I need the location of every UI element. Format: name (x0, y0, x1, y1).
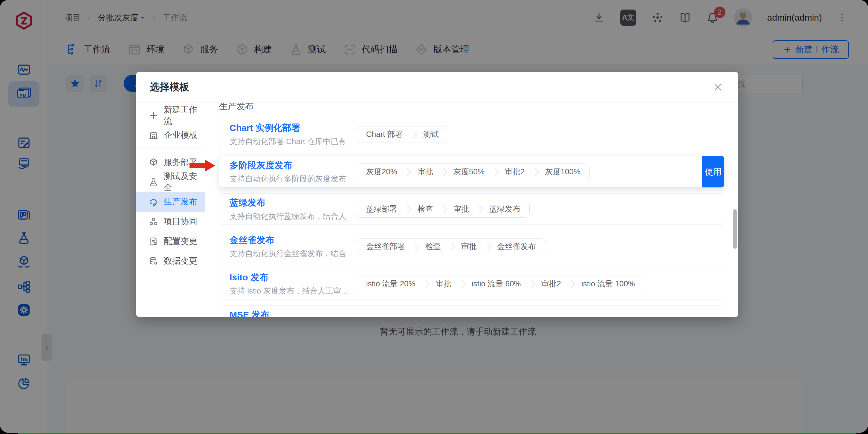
template-title[interactable]: 蓝绿发布 (229, 197, 347, 209)
chevron-separator-icon (403, 167, 411, 176)
chevron-separator-icon (491, 167, 499, 176)
flask-icon (149, 177, 158, 187)
chevron-separator-icon (447, 242, 455, 250)
stage-chips: 灰度20%审批灰度50%审批2灰度100% (357, 163, 590, 180)
stage-chip: 灰度20% (360, 166, 404, 177)
template-row[interactable]: 多阶段灰度发布支持自动化执行多阶段的灰度发布...灰度20%审批灰度50%审批2… (219, 156, 724, 187)
template-description: 支持 istio 灰度发布，结合人工审... (229, 286, 347, 296)
stage-chip: 灰度50% (447, 166, 491, 177)
modal-nav-项目协同[interactable]: 项目协同 (136, 212, 205, 231)
chevron-separator-icon (439, 167, 447, 176)
chevron-separator-icon (457, 279, 466, 288)
template-info: 金丝雀发布支持自动化执行金丝雀发布，结合... (229, 234, 347, 259)
template-title[interactable]: 金丝雀发布 (229, 234, 347, 246)
modal-body: 新建工作流企业模板服务部署测试及安全生产发布项目协同配置变更数据变更 生产发布 … (136, 103, 738, 317)
template-description: 支持自动化部署 Chart 仓库中已有... (229, 136, 347, 147)
modal-nav-配置变更[interactable]: 配置变更 (136, 231, 205, 251)
chevron-separator-icon (403, 205, 411, 213)
modal-nav-label: 测试及安全 (164, 171, 205, 193)
stage-chip: istio 流量 20% (360, 279, 422, 289)
stage-chip: 蓝绿部署 (360, 204, 404, 214)
stage-chips: Chart 部署测试 (357, 126, 448, 143)
stage-chip: istio 流量 60% (465, 279, 528, 289)
stage-chip: 审批 (411, 166, 440, 177)
cloudrocket-icon (149, 197, 158, 207)
template-description: 支持自动化执行多阶段的灰度发布... (229, 174, 347, 184)
stage-chips: 蓝绿部署检查审批蓝绿发布 (357, 201, 530, 218)
template-description: 支持自动化执行金丝雀发布，结合... (229, 248, 347, 259)
modal-nav-测试及安全[interactable]: 测试及安全 (136, 172, 205, 192)
modal-title: 选择模板 (150, 81, 189, 94)
modal-nav-数据变更[interactable]: 数据变更 (136, 251, 205, 271)
section-title: 生产发布 (219, 103, 738, 112)
modal-header: 选择模板 (136, 72, 738, 103)
template-title[interactable]: Chart 实例化部署 (229, 122, 347, 134)
template-title[interactable]: MSE 发布 (229, 309, 347, 317)
dbgear-icon (149, 256, 158, 266)
use-template-button[interactable]: 使用 (702, 156, 724, 187)
chevron-separator-icon (388, 317, 396, 317)
stage-chip: MSE 发布任务 (396, 316, 459, 317)
template-list-area: 生产发布 Chart 实例化部署支持自动化部署 Chart 仓库中已有...Ch… (205, 103, 738, 317)
stage-chip: 审批 (429, 279, 458, 289)
template-row[interactable]: 金丝雀发布支持自动化执行金丝雀发布，结合...金丝雀部署检查审批金丝雀发布 (219, 231, 724, 262)
building-icon (149, 130, 158, 140)
stage-chip: 审批 (455, 241, 483, 252)
app-window: PM 项目 分批次灰度 工作流 A文2admin(admin) 工作流环境服务构… (0, 0, 868, 433)
nav-divider (136, 149, 205, 149)
chevron-separator-icon (483, 242, 491, 250)
modal-nav-label: 数据变更 (164, 255, 197, 267)
stage-chip: istio 流量 100% (575, 279, 642, 289)
modal-nav-label: 企业模板 (164, 129, 197, 141)
stage-chip: 金丝雀部署 (360, 241, 411, 252)
stage-chip: 审批2 (534, 279, 567, 289)
stage-chip: 测试 (417, 129, 445, 140)
modal-nav-label: 配置变更 (164, 236, 197, 247)
template-rows: Chart 实例化部署支持自动化部署 Chart 仓库中已有...Chart 部… (219, 119, 738, 317)
plus-icon (149, 111, 158, 120)
stage-chip: 金丝雀发布 (491, 241, 542, 252)
modal-nav-label: 生产发布 (164, 196, 197, 208)
stage-chip: 检查 (466, 316, 495, 317)
template-row[interactable]: Chart 实例化部署支持自动化部署 Chart 仓库中已有...Chart 部… (219, 119, 724, 150)
stage-chip: 检查 (411, 204, 440, 214)
template-title[interactable]: Isito 发布 (229, 271, 347, 284)
modal-scrollbar-thumb[interactable] (733, 209, 737, 249)
screen: PM 项目 分批次灰度 工作流 A文2admin(admin) 工作流环境服务构… (0, 0, 868, 434)
stage-chip: Chart 部署 (360, 129, 409, 140)
stage-chips: 审批MSE 发布任务检查 (357, 313, 497, 317)
template-info: 蓝绿发布支持自动化执行蓝绿发布，结合人... (229, 197, 347, 221)
stage-chips: 金丝雀部署检查审批金丝雀发布 (357, 238, 545, 255)
template-info: Chart 实例化部署支持自动化部署 Chart 仓库中已有... (229, 122, 347, 147)
modal-nav-label: 项目协同 (164, 216, 197, 227)
annotation-arrow (189, 159, 215, 173)
template-row[interactable]: Isito 发布支持 istio 灰度发布，结合人工审...istio 流量 2… (219, 268, 724, 300)
circles3-icon (149, 217, 158, 226)
template-title[interactable]: 多阶段灰度发布 (229, 159, 347, 172)
chevron-separator-icon (567, 279, 576, 288)
stage-chip: 审批 (360, 316, 388, 317)
modal-nav-生产发布[interactable]: 生产发布 (136, 192, 205, 212)
chevron-separator-icon (411, 242, 420, 250)
modal-nav-新建工作流[interactable]: 新建工作流 (136, 105, 205, 125)
stage-chip: 蓝绿发布 (483, 204, 527, 214)
close-icon[interactable] (713, 82, 723, 93)
stage-chip: 审批 (447, 204, 475, 214)
stage-chips: istio 流量 20%审批istio 流量 60%审批2istio 流量 10… (357, 276, 644, 292)
template-category-nav: 新建工作流企业模板服务部署测试及安全生产发布项目协同配置变更数据变更 (136, 103, 205, 317)
chevron-separator-icon (422, 279, 430, 288)
template-info: MSE 发布支持 MSE 发布，结合人工审批，... (229, 309, 347, 317)
chevron-separator-icon (475, 205, 483, 213)
chevron-separator-icon (439, 205, 447, 213)
stage-chip: 审批2 (498, 166, 531, 177)
template-row[interactable]: MSE 发布支持 MSE 发布，结合人工审批，...审批MSE 发布任务检查 (219, 306, 724, 317)
chevron-separator-icon (409, 130, 417, 138)
modal-nav-label: 新建工作流 (164, 104, 205, 127)
docgear-icon (149, 237, 158, 246)
modal-nav-企业模板[interactable]: 企业模板 (136, 125, 205, 145)
stage-chip: 检查 (419, 241, 447, 252)
template-row[interactable]: 蓝绿发布支持自动化执行蓝绿发布，结合人...蓝绿部署检查审批蓝绿发布 (219, 193, 724, 225)
chevron-separator-icon (527, 279, 535, 288)
cube-icon (149, 157, 158, 167)
select-template-modal: 选择模板 新建工作流企业模板服务部署测试及安全生产发布项目协同配置变更数据变更 … (136, 72, 738, 317)
